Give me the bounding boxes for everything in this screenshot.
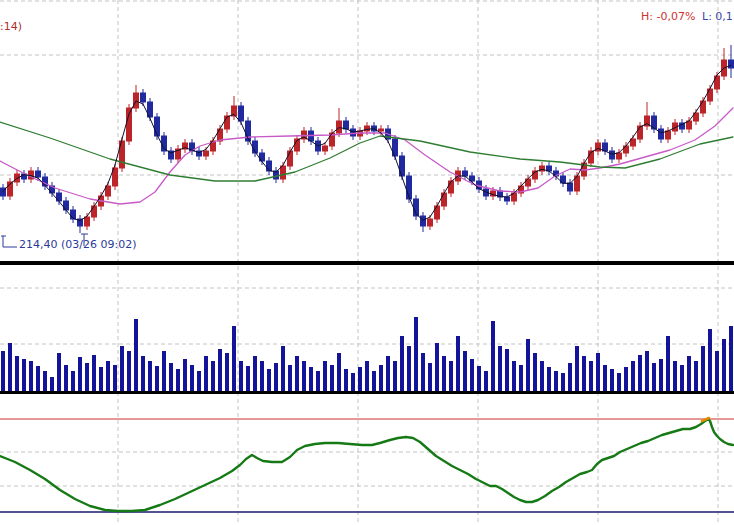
min-price-annotation: 214,40 (03/26 09:02): [19, 239, 136, 251]
price-volume-indicator-chart[interactable]: [0, 0, 734, 525]
low-change-label: L: 0,1: [702, 11, 734, 23]
trading-chart-screen: :14) H: -0,07% L: 0,1 214,40 (03/26 09:0…: [0, 0, 734, 525]
high-change-label: H: -0,07%: [641, 11, 695, 23]
indicator-params-label: :14): [0, 21, 22, 33]
